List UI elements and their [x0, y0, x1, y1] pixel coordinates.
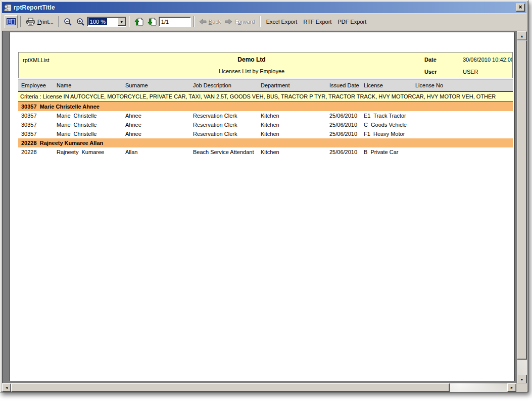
forward-button[interactable]: Forward — [223, 15, 257, 28]
forward-arrow-icon — [225, 19, 232, 25]
scroll-up-icon[interactable]: ▲ — [517, 31, 527, 40]
cell-surname: Ahnee — [125, 120, 141, 129]
toggle-group-tree-button[interactable] — [5, 15, 18, 28]
cell-employee: 30357 — [21, 129, 37, 138]
titlebar[interactable]: rptReportTitle × — [2, 2, 526, 13]
cell-surname: Ahnee — [125, 111, 141, 120]
page-up-icon — [134, 18, 143, 26]
cell-job: Beach Service Attendant — [193, 147, 254, 157]
col-department: Department — [261, 79, 289, 91]
col-job-description: Job Description — [193, 79, 231, 91]
cell-department: Kitchen — [261, 120, 279, 129]
next-page-button[interactable] — [146, 15, 159, 28]
col-license: License — [364, 79, 383, 91]
app-icon — [4, 4, 12, 12]
zoom-out-button[interactable] — [62, 15, 74, 28]
report-table: rptXMLList Demo Ltd Licenses List by Emp… — [18, 52, 513, 157]
cell-employee: 30357 — [21, 120, 37, 129]
group-header-row: 30357 Marie Christelle Ahnee — [18, 102, 513, 111]
scroll-right-icon[interactable]: ► — [507, 383, 516, 392]
col-license-no: License No — [415, 79, 443, 91]
close-button[interactable]: × — [516, 4, 525, 12]
table-row: 30357 Marie Christelle Ahnee Reservation… — [18, 111, 513, 120]
toolbar-separator — [194, 16, 195, 27]
back-button[interactable]: Back — [197, 15, 223, 28]
pdf-export-button[interactable]: PDF Export — [334, 15, 369, 28]
previous-page-button[interactable] — [132, 15, 146, 28]
cell-license: E1 Track Tractor — [364, 111, 406, 120]
toolbar-separator — [260, 16, 261, 27]
page-down-icon — [148, 18, 157, 26]
chevron-down-icon[interactable]: ▼ — [118, 18, 126, 26]
scroll-down-icon[interactable]: ▼ — [517, 375, 527, 384]
horizontal-scrollbar-thumb[interactable] — [11, 383, 450, 392]
cell-issued-date: 25/06/2010 — [329, 120, 357, 129]
cell-employee: 30357 — [21, 111, 37, 120]
table-row: 30357 Marie Christelle Ahnee Reservation… — [18, 120, 513, 129]
col-name: Name — [57, 79, 71, 91]
toolbar: Print... 100 % ▼ — [2, 14, 526, 30]
table-row: 30357 Marie Christelle Ahnee Reservation… — [18, 129, 513, 138]
cell-job: Reservation Clerk — [193, 120, 237, 129]
rtf-export-button[interactable]: RTF Export — [300, 15, 334, 28]
cell-employee: 20228 — [21, 147, 37, 157]
table-row: 20228 Rajneety Kumaree Allan Beach Servi… — [18, 147, 513, 157]
back-label: Back — [209, 19, 221, 25]
zoom-in-button[interactable] — [74, 15, 87, 28]
col-issued-date: Issued Date — [329, 79, 359, 91]
toolbar-separator — [58, 16, 59, 27]
company-title: Demo Ltd — [237, 56, 265, 63]
print-label: Print... — [37, 19, 54, 25]
report-viewer-window: rptReportTitle × Print. — [0, 0, 528, 392]
cell-name: Rajneety Kumaree — [57, 147, 104, 157]
criteria-row: Criteria : License IN AUTOCYCLE, MOTORCY… — [18, 92, 513, 102]
cell-name: Marie Christelle — [57, 120, 96, 129]
zoom-level-value: 100 % — [88, 18, 107, 25]
col-surname: Surname — [125, 79, 148, 91]
excel-export-button[interactable]: Excel Export — [263, 15, 301, 28]
cell-license: B Private Car — [364, 147, 398, 157]
back-arrow-icon — [199, 19, 207, 25]
column-header-row: Employee Name Surname Job Description De… — [18, 79, 513, 92]
page-number-input[interactable] — [159, 17, 191, 27]
col-employee: Employee — [21, 79, 46, 91]
report-viewer-area: rptXMLList Demo Ltd Licenses List by Emp… — [2, 31, 527, 383]
user-label: User — [424, 69, 437, 75]
toolbar-separator — [129, 16, 130, 27]
cell-job: Reservation Clerk — [193, 129, 237, 138]
toolbar-separator — [20, 16, 21, 27]
cell-surname: Ahnee — [125, 129, 141, 138]
cell-name: Marie Christelle — [57, 111, 96, 120]
report-page: rptXMLList Demo Ltd Licenses List by Emp… — [10, 32, 515, 381]
group-tree-icon — [7, 18, 16, 25]
cell-surname: Allan — [125, 147, 137, 157]
print-button[interactable]: Print... — [24, 15, 56, 28]
date-label: Date — [424, 57, 437, 63]
cell-issued-date: 25/06/2010 — [329, 147, 357, 157]
vertical-scrollbar-thumb[interactable] — [517, 40, 527, 360]
cell-name: Marie Christelle — [57, 129, 96, 138]
zoom-level-combobox[interactable]: 100 % ▼ — [87, 17, 126, 27]
scroll-left-icon[interactable]: ◄ — [2, 383, 11, 392]
cell-issued-date: 25/06/2010 — [329, 129, 357, 138]
cell-license: C Goods Vehicle — [364, 120, 407, 129]
vertical-scrollbar[interactable]: ▲ ▼ — [517, 31, 527, 384]
report-subtitle: Licenses List by Employee — [219, 68, 284, 74]
cell-job: Reservation Clerk — [193, 111, 237, 120]
printer-icon — [26, 18, 35, 26]
cell-department: Kitchen — [261, 147, 279, 157]
window-title: rptReportTitle — [14, 4, 516, 11]
report-header-band: rptXMLList Demo Ltd Licenses List by Emp… — [18, 52, 513, 78]
zoom-out-icon — [64, 18, 72, 26]
cell-issued-date: 25/06/2010 — [329, 111, 357, 120]
group-header-row: 20228 Rajneety Kumaree Allan — [18, 138, 513, 147]
cell-department: Kitchen — [261, 111, 279, 120]
cell-department: Kitchen — [261, 129, 279, 138]
user-value: USER — [463, 69, 478, 75]
date-value: 30/06/2010 10:42:00 — [463, 57, 512, 63]
cell-license: F1 Heavy Motor — [364, 129, 405, 138]
report-id: rptXMLList — [23, 57, 50, 63]
scrollbar-corner — [516, 383, 527, 392]
forward-label: Forward — [234, 19, 255, 25]
horizontal-scrollbar[interactable]: ◄ ► — [2, 383, 516, 392]
